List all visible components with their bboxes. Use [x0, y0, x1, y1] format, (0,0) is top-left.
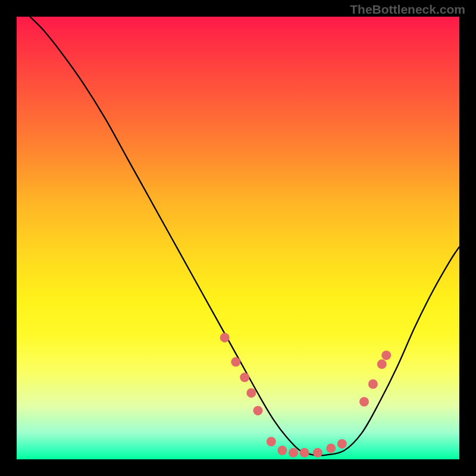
bottleneck-curve — [30, 17, 459, 455]
data-dot — [337, 439, 347, 449]
plot-area — [17, 17, 459, 459]
data-dot — [253, 406, 262, 415]
curve-svg — [17, 17, 459, 459]
data-dot — [289, 448, 298, 458]
data-dot — [246, 388, 256, 397]
chart-container: TheBottleneck.com — [0, 0, 476, 476]
data-dot — [326, 443, 336, 453]
data-dot — [277, 446, 287, 455]
data-dot — [240, 372, 249, 382]
data-dot — [300, 448, 309, 458]
data-dot — [267, 437, 276, 446]
dots-group — [220, 333, 392, 457]
data-dot — [381, 350, 391, 360]
watermark-text: TheBottleneck.com — [350, 2, 465, 17]
data-dot — [377, 359, 387, 369]
data-dot — [368, 380, 378, 389]
data-dot — [359, 397, 369, 406]
data-dot — [220, 333, 230, 342]
data-dot — [231, 357, 240, 367]
data-dot — [313, 448, 322, 458]
